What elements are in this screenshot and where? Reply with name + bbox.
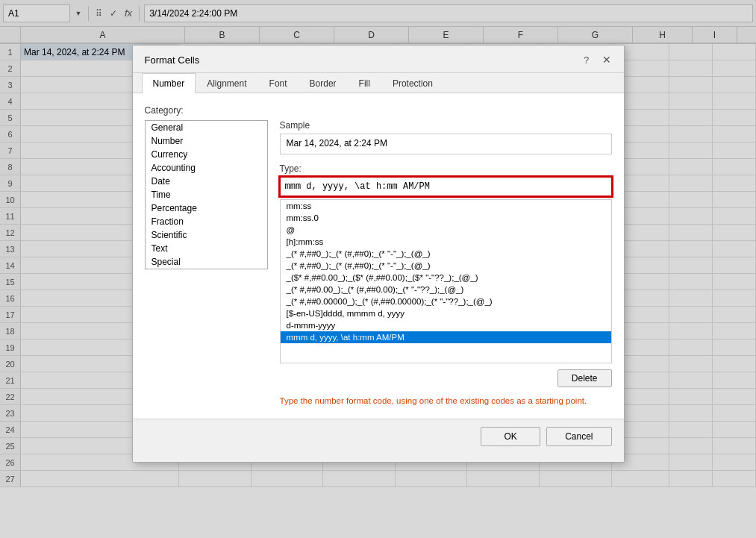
format-item[interactable]: _(* #,##0_);_(* (#,##0);_(* "-"_);_(@_) xyxy=(281,260,611,272)
category-item-number[interactable]: Number xyxy=(146,134,267,148)
category-list[interactable]: General Number Currency Accounting Date … xyxy=(145,120,268,269)
format-item[interactable]: _(* #,##0_);_(* (#,##0);_(* "-"_);_(@_) xyxy=(281,248,611,260)
category-item-fraction[interactable]: Fraction xyxy=(146,215,267,228)
dialog-body: Category: General Number Currency Accoun… xyxy=(133,93,624,419)
dialog-footer: OK Cancel xyxy=(133,419,624,457)
format-item[interactable]: [$-en-US]dddd, mmmm d, yyyy xyxy=(281,307,611,319)
format-item-selected[interactable]: mmm d, yyyy, \at h:mm AM/PM xyxy=(281,331,611,343)
category-item-special[interactable]: Special xyxy=(146,255,267,269)
category-item-accounting[interactable]: Accounting xyxy=(146,161,267,175)
tab-fill[interactable]: Fill xyxy=(348,73,381,93)
format-item[interactable]: @ xyxy=(281,224,611,236)
category-item-percentage[interactable]: Percentage xyxy=(146,201,267,215)
tab-font[interactable]: Font xyxy=(258,73,299,93)
delete-row: Delete xyxy=(280,369,612,387)
category-item-scientific[interactable]: Scientific xyxy=(146,228,267,242)
dialog-help-button[interactable]: ? xyxy=(579,52,594,67)
format-item[interactable]: mm:ss xyxy=(281,200,611,212)
delete-button[interactable]: Delete xyxy=(557,369,612,387)
category-item-general[interactable]: General xyxy=(146,121,267,134)
ok-button[interactable]: OK xyxy=(481,427,540,446)
dialog-title: Format Cells xyxy=(145,54,200,66)
format-item[interactable]: _(* #,##0.00_);_(* (#,##0.00);_(* "-"??_… xyxy=(281,284,611,295)
category-item-currency[interactable]: Currency xyxy=(146,148,267,161)
hint-text: Type the number format code, using one o… xyxy=(280,395,612,407)
category-item-text[interactable]: Text xyxy=(146,242,267,255)
category-item-date[interactable]: Date xyxy=(146,175,267,188)
category-item-custom[interactable]: Custom xyxy=(146,269,267,269)
sample-label: Sample xyxy=(280,120,612,131)
dialog-close-button[interactable]: ✕ xyxy=(599,51,615,68)
category-label: Category: xyxy=(145,105,612,116)
format-item[interactable]: mm:ss.0 xyxy=(281,212,611,224)
format-list[interactable]: mm:ss mm:ss.0 @ [h]:mm:ss _(* #,##0_);_(… xyxy=(280,199,612,363)
dialog-overlay: Format Cells ? ✕ Number Alignment Font xyxy=(0,0,756,538)
dialog-main: General Number Currency Accounting Date … xyxy=(145,120,612,407)
tab-alignment[interactable]: Alignment xyxy=(196,73,257,93)
format-cells-dialog: Format Cells ? ✕ Number Alignment Font xyxy=(132,45,625,463)
type-label: Type: xyxy=(280,163,612,174)
type-input[interactable] xyxy=(280,177,612,196)
format-item[interactable]: _($* #,##0.00_);_($* (#,##0.00);_($* "-"… xyxy=(281,272,611,284)
sample-box: Mar 14, 2024, at 2:24 PM xyxy=(280,134,612,154)
sample-section: Sample Mar 14, 2024, at 2:24 PM xyxy=(280,120,612,154)
tab-number[interactable]: Number xyxy=(142,73,196,93)
cancel-button[interactable]: Cancel xyxy=(546,427,611,446)
spreadsheet: A1 ▼ ⠿ ✓ fx A B C D E F G H I J K xyxy=(0,0,756,538)
tab-border[interactable]: Border xyxy=(299,73,348,93)
dialog-tabs: Number Alignment Font Border Fill Protec… xyxy=(133,73,624,93)
category-item-time[interactable]: Time xyxy=(146,188,267,201)
category-list-container: General Number Currency Accounting Date … xyxy=(145,120,268,407)
format-item[interactable]: [h]:mm:ss xyxy=(281,236,611,248)
format-item[interactable]: d-mmm-yyyy xyxy=(281,319,611,331)
format-item[interactable]: _(* #,##0.00000_);_(* (#,##0.00000);_(* … xyxy=(281,295,611,307)
dialog-title-bar: Format Cells ? ✕ xyxy=(133,46,624,73)
right-panel: Sample Mar 14, 2024, at 2:24 PM Type: mm… xyxy=(280,120,612,407)
tab-protection[interactable]: Protection xyxy=(381,73,444,93)
dialog-title-actions: ? ✕ xyxy=(579,51,615,68)
